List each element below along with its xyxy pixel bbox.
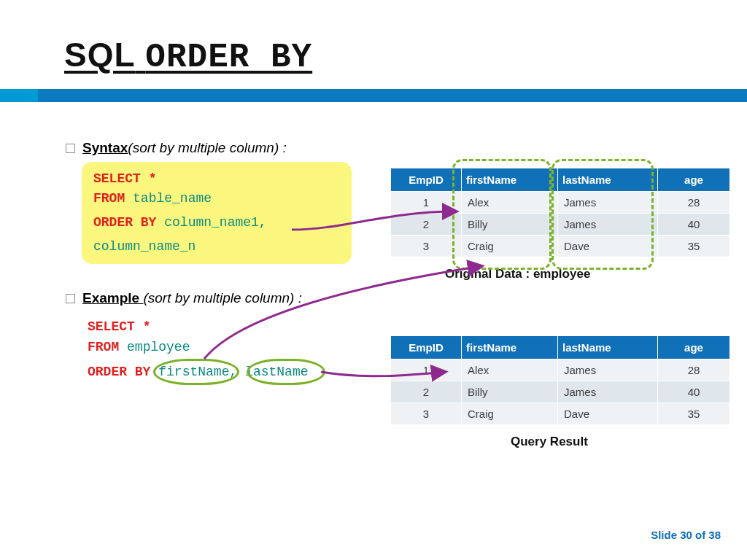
syntax-line-2: FROM table_name <box>93 189 340 209</box>
bullet-example-suffix: (sort by multiple column) : <box>143 290 302 306</box>
table-header-row: EmpID firstName lastName age <box>391 168 730 192</box>
th-lastname: lastName <box>558 336 658 359</box>
ex-col2: lastName <box>245 365 308 379</box>
ex-comma: , <box>229 365 237 379</box>
th-firstname: firstName <box>462 336 558 359</box>
ex-from: FROM <box>88 340 119 354</box>
bullet-example: Example (sort by multiple column) : <box>66 290 302 306</box>
kw-col1: column_name1, <box>164 215 266 230</box>
header-bar <box>0 89 747 102</box>
title-sql: SQL <box>64 36 136 74</box>
table-row: 3 Craig Dave 35 <box>391 236 730 257</box>
ex-orderby: ORDER BY <box>88 365 150 379</box>
th-lastname: lastName <box>558 168 658 192</box>
bullet-example-text: Example (sort by multiple column) : <box>82 290 302 306</box>
bullet-box-icon <box>66 144 75 153</box>
title-orderby: ORDER BY <box>145 39 312 77</box>
table-row: 1 Alex James 28 <box>391 359 730 381</box>
th-empid: EmpID <box>391 336 462 359</box>
kw-orderby: ORDER BY <box>93 215 156 230</box>
th-firstname: firstName <box>462 168 558 192</box>
kw-star: * <box>149 171 157 186</box>
kw-coln: column_name_n <box>93 239 196 254</box>
ex-select: SELECT <box>88 319 135 334</box>
example-line-3: ORDER BY firstName, lastName <box>88 362 309 383</box>
syntax-box: SELECT * FROM table_name ORDER BY column… <box>82 162 352 264</box>
ex-star: * <box>143 319 151 334</box>
original-table: EmpID firstName lastName age 1 Alex Jame… <box>390 168 730 257</box>
bullet-box-icon <box>66 294 75 303</box>
th-age: age <box>658 168 730 192</box>
table-row: 1 Alex James 28 <box>391 192 730 214</box>
example-code: SELECT * FROM employee ORDER BY firstNam… <box>88 317 309 383</box>
table-row: 2 Billy James 40 <box>391 214 730 236</box>
slide-title: SQL ORDER BY <box>64 35 312 77</box>
table-row: 3 Craig Dave 35 <box>391 403 730 425</box>
syntax-line-3: ORDER BY column_name1, <box>93 213 340 233</box>
bullet-example-label: Example <box>82 290 143 306</box>
kw-from: FROM <box>93 191 125 206</box>
bullet-syntax-suffix: (sort by multiple column) : <box>128 140 287 155</box>
syntax-line-4: column_name_n <box>93 237 340 257</box>
ex-table: employee <box>127 340 190 354</box>
syntax-line-1: SELECT * <box>93 169 340 189</box>
table-header-row: EmpID firstName lastName age <box>391 336 730 359</box>
arrow-annotations <box>0 0 747 560</box>
th-age: age <box>658 336 730 359</box>
caption-result: Query Result <box>511 435 588 449</box>
ex-col1: firstName <box>158 365 229 379</box>
caption-original: Original Data : employee <box>445 267 590 281</box>
header-bar-accent <box>0 89 38 102</box>
bullet-syntax-label: Syntax <box>82 140 128 155</box>
bullet-syntax: Syntax(sort by multiple column) : <box>66 140 287 156</box>
example-line-2: FROM employee <box>88 338 309 358</box>
table-row: 2 Billy James 40 <box>391 381 730 403</box>
kw-tablename: table_name <box>133 191 212 206</box>
result-table: EmpID firstName lastName age 1 Alex Jame… <box>390 335 730 425</box>
kw-select: SELECT <box>93 171 141 186</box>
bullet-syntax-text: Syntax(sort by multiple column) : <box>82 140 287 156</box>
example-line-1: SELECT * <box>88 317 309 338</box>
slide-footer: Slide 30 of 38 <box>651 529 721 541</box>
th-empid: EmpID <box>391 168 462 192</box>
